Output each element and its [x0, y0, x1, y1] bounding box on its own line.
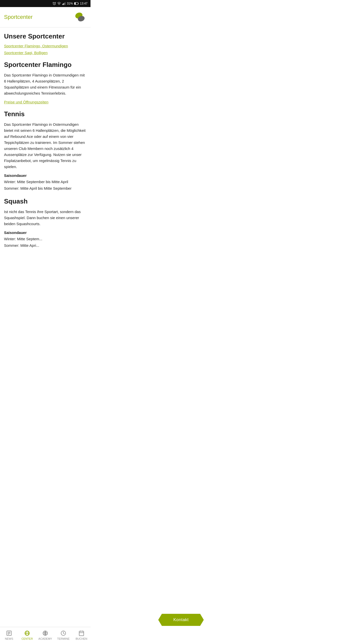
battery-icon — [74, 2, 79, 5]
tennis-saisondauer: Saisondauer Winter: Mitte September bis … — [4, 173, 86, 191]
tennis-heading: Tennis — [4, 110, 86, 118]
status-bar: 31% 13:47 — [0, 0, 90, 7]
academy-icon — [42, 630, 49, 636]
wifi-icon — [57, 2, 61, 5]
app-logo — [73, 11, 86, 24]
bottom-nav: NEWS CENTER ACADEMY — [0, 627, 90, 644]
battery-text: 31% — [67, 2, 73, 5]
svg-rect-8 — [74, 3, 76, 5]
nav-item-academy[interactable]: ACADEMY — [36, 627, 54, 644]
squash-saisondauer: Saisondauer Winter: Mitte Septem... Somm… — [4, 230, 86, 249]
nav-label-center: CENTER — [21, 637, 33, 640]
squash-season-info: Winter: Mitte Septem... Sommer: Mitte Ap… — [4, 236, 86, 249]
squash-winter: Winter: Mitte Septem... — [4, 237, 42, 241]
app-header: Sportcenter — [0, 7, 90, 27]
tennis-body: Das Sportcenter Flamingo in Ostermundige… — [4, 122, 86, 170]
time-text: 13:47 — [80, 2, 87, 5]
signal-icon — [62, 2, 66, 5]
svg-rect-7 — [78, 3, 79, 4]
tennis-sommer: Sommer: Mitte April bis Mitte September — [4, 186, 71, 190]
sagi-link[interactable]: Sportcenter Sagi, Bolligen — [4, 51, 86, 55]
nav-label-news: NEWS — [5, 637, 13, 640]
main-content: Unsere Sportcenter Sportcenter Flamingo,… — [0, 27, 90, 283]
tennis-saisondauer-label: Saisondauer — [4, 173, 86, 178]
buchen-icon — [78, 630, 85, 636]
svg-rect-5 — [65, 2, 66, 5]
svg-rect-23 — [79, 631, 84, 636]
tennis-winter: Winter: Mitte September bis Mitte April — [4, 180, 68, 184]
squash-heading: Squash — [4, 197, 86, 205]
flamingo-link[interactable]: Sportcenter Flamingo, Ostermundigen — [4, 44, 86, 48]
svg-point-1 — [59, 5, 59, 5]
nav-item-termine[interactable]: TERMINE — [54, 627, 72, 644]
termine-icon — [60, 630, 67, 636]
nav-item-center[interactable]: CENTER — [18, 627, 36, 644]
flamingo-heading: Sportcenter Flamingo — [4, 61, 86, 69]
nav-item-news[interactable]: NEWS — [0, 627, 18, 644]
preise-link[interactable]: Preise und Öffnungszeiten — [4, 100, 86, 104]
squash-body: Ist nicht das Tennis ihre Sportart, sond… — [4, 209, 86, 227]
tennis-season-info: Winter: Mitte September bis Mitte April … — [4, 179, 86, 191]
svg-rect-4 — [64, 3, 65, 5]
nav-label-academy: ACADEMY — [38, 637, 52, 640]
nav-label-termine: TERMINE — [57, 637, 70, 640]
app-title: Sportcenter — [4, 14, 33, 20]
svg-rect-2 — [62, 4, 63, 5]
svg-rect-3 — [63, 3, 64, 5]
alarm-icon — [53, 2, 56, 5]
nav-item-buchen[interactable]: BUCHEN — [72, 627, 90, 644]
flamingo-intro: Das Sportcenter Flamingo in Ostermundige… — [4, 72, 86, 96]
nav-label-buchen: BUCHEN — [76, 637, 87, 640]
status-icons: 31% 13:47 — [53, 2, 87, 5]
center-icon — [24, 630, 30, 636]
news-icon — [6, 630, 12, 636]
squash-saisondauer-label: Saisondauer — [4, 230, 86, 235]
squash-sommer: Sommer: Mitte Apri... — [4, 243, 39, 248]
page-heading: Unsere Sportcenter — [4, 32, 86, 40]
